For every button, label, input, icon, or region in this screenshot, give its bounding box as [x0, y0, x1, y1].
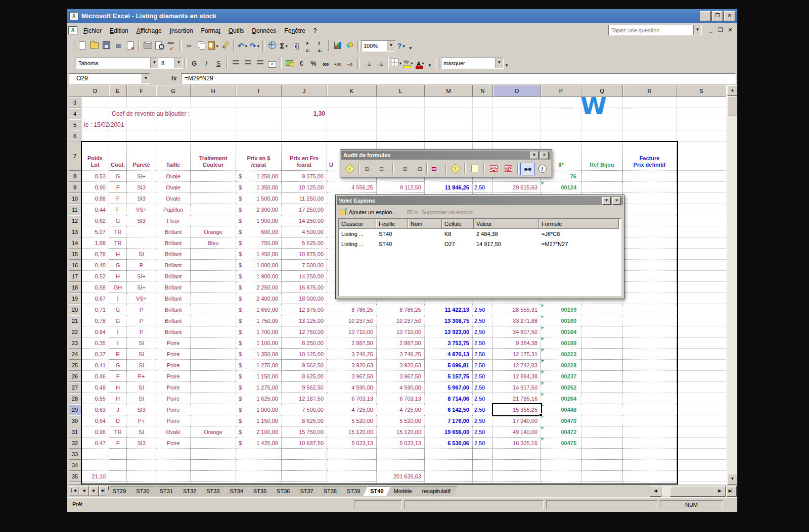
cell-R15[interactable]: [623, 249, 677, 260]
euro-style-button[interactable]: €: [295, 57, 307, 69]
cell-K20[interactable]: 8 786,25: [327, 304, 377, 315]
cell-K30[interactable]: 5 520,00: [327, 415, 377, 426]
cell-L22[interactable]: 10 710,00: [377, 326, 425, 337]
cell-F21[interactable]: P: [127, 315, 156, 326]
cell-K35[interactable]: [327, 471, 377, 482]
cell-P31[interactable]: 00472: [541, 426, 581, 438]
cell-F23[interactable]: SI: [127, 337, 156, 349]
cell-Q25[interactable]: [581, 360, 623, 371]
cell-F14[interactable]: [127, 237, 156, 249]
toolbar-grip[interactable]: [435, 58, 439, 69]
row-header-25[interactable]: 25: [69, 360, 81, 371]
cell-L25[interactable]: 3 920,63: [377, 360, 425, 371]
cell-G21[interactable]: Brillant: [156, 315, 191, 326]
cell-I18[interactable]: $2 250,00: [236, 282, 282, 293]
cell-O35[interactable]: [493, 471, 541, 482]
row-header-9[interactable]: 9: [69, 182, 81, 193]
cell-I24[interactable]: $1 350,00: [236, 349, 282, 360]
tab-split-handle[interactable]: ▶▏: [727, 486, 737, 497]
paste-button[interactable]: ▼: [207, 40, 219, 52]
cell-G13[interactable]: Brillant: [156, 226, 191, 237]
row-header-12[interactable]: 12: [69, 215, 81, 226]
cell-L35[interactable]: 201 635,63: [377, 471, 425, 482]
cell-R20[interactable]: [623, 304, 677, 315]
cell-Q24[interactable]: [581, 349, 623, 360]
menu-fichier[interactable]: Fichier: [79, 25, 106, 36]
cell-I13[interactable]: $600,00: [236, 226, 282, 237]
cell-J35[interactable]: [282, 471, 327, 482]
cell-J4-value[interactable]: 1,30: [282, 109, 325, 119]
column-header-S[interactable]: S: [677, 85, 727, 97]
sheet-tab-st40[interactable]: ST40: [363, 486, 390, 496]
cell-D8[interactable]: 0,53: [81, 171, 109, 182]
cell-O30[interactable]: 17 940,00: [493, 415, 541, 426]
sheet-tab-st38[interactable]: ST38: [317, 486, 344, 496]
sheet-tab-st30[interactable]: ST30: [129, 486, 156, 496]
cell-N5[interactable]: [473, 119, 493, 130]
cell-N23[interactable]: 2,50: [473, 337, 493, 349]
row-header-33[interactable]: 33: [69, 449, 81, 460]
cell-L34[interactable]: [377, 460, 425, 471]
row-header-31[interactable]: 31: [69, 426, 81, 438]
cell-H26[interactable]: [191, 371, 236, 382]
cell-J13[interactable]: 4 500,00: [282, 226, 327, 237]
cell-E31[interactable]: TR: [109, 426, 127, 438]
cell-S18[interactable]: [677, 282, 727, 293]
cell-Q22[interactable]: [581, 326, 623, 337]
cell-S26[interactable]: [677, 371, 727, 382]
align-right-button[interactable]: [254, 57, 266, 69]
restore-button[interactable]: ❐: [712, 11, 723, 21]
cell-E18[interactable]: GH: [109, 282, 127, 293]
cell-S32[interactable]: [677, 438, 727, 449]
cell-G32[interactable]: Poire: [156, 438, 191, 449]
cell-G15[interactable]: Brillant: [156, 249, 191, 260]
cell-I35[interactable]: [236, 471, 282, 482]
cell-F34[interactable]: [127, 460, 156, 471]
cell-K27[interactable]: 4 590,00: [327, 382, 377, 393]
cell-P22[interactable]: 00164: [541, 326, 581, 337]
cell-H12[interactable]: [191, 215, 236, 226]
cell-K31[interactable]: 15 120,00: [327, 426, 377, 438]
cell-R10[interactable]: [623, 193, 677, 204]
toolbar-options-icon[interactable]: ▼: [530, 152, 538, 159]
sheet-tab-st35[interactable]: ST35: [246, 486, 274, 496]
cell-G28[interactable]: Poire: [156, 393, 191, 404]
cell-K3[interactable]: [327, 97, 377, 108]
cell-E3[interactable]: [109, 97, 127, 108]
cell-P35[interactable]: [541, 471, 581, 482]
cell-J24[interactable]: 10 125,00: [282, 349, 327, 360]
cell-F18[interactable]: SI+: [127, 282, 156, 293]
cell-P26[interactable]: 00237: [541, 371, 581, 382]
cell-L29[interactable]: 4 725,00: [377, 404, 425, 415]
cell-J33[interactable]: [282, 449, 327, 460]
cell-N34[interactable]: [473, 460, 493, 471]
cell-I32[interactable]: $1 425,00: [236, 438, 282, 449]
row-header-8[interactable]: 8: [69, 171, 81, 182]
cell-R9[interactable]: [623, 182, 677, 193]
row-header-30[interactable]: 30: [69, 415, 81, 426]
cell-H21[interactable]: [191, 315, 236, 326]
cell-N30[interactable]: 2,50: [473, 415, 493, 426]
cell-S15[interactable]: [677, 249, 727, 260]
cell-S12[interactable]: [677, 215, 727, 226]
row-header-10[interactable]: 10: [69, 193, 81, 204]
column-header-I[interactable]: I: [236, 85, 282, 97]
vscroll-down-button[interactable]: ▼: [727, 474, 737, 485]
header-cell-Q7[interactable]: Ref Bijou: [581, 141, 623, 171]
row-header-6[interactable]: 6: [69, 130, 81, 141]
cell-G8[interactable]: Ovale: [156, 171, 191, 182]
hscroll-thumb[interactable]: [670, 486, 715, 497]
row-header-32[interactable]: 32: [69, 438, 81, 449]
cell-G34[interactable]: [156, 460, 191, 471]
row-header-23[interactable]: 23: [69, 337, 81, 349]
row-header-15[interactable]: 15: [69, 249, 81, 260]
cell-S29[interactable]: [677, 404, 727, 415]
cell-M31[interactable]: 19 656,00: [425, 426, 473, 438]
row-header-17[interactable]: 17: [69, 271, 81, 282]
cell-S24[interactable]: [677, 349, 727, 360]
font-size-combobox[interactable]: 8▼: [159, 58, 183, 69]
cell-S19[interactable]: [677, 293, 727, 304]
cell-K23[interactable]: 2 887,50: [327, 337, 377, 349]
cell-R17[interactable]: [623, 271, 677, 282]
cell-R13[interactable]: [623, 226, 677, 237]
